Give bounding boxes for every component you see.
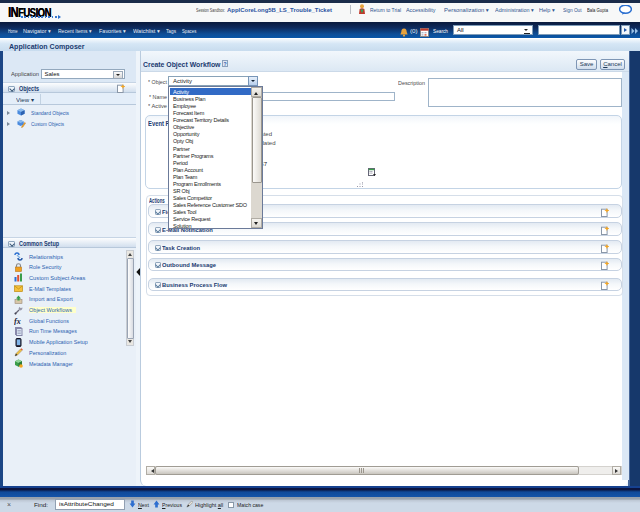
svg-text:fx: fx	[14, 317, 21, 326]
